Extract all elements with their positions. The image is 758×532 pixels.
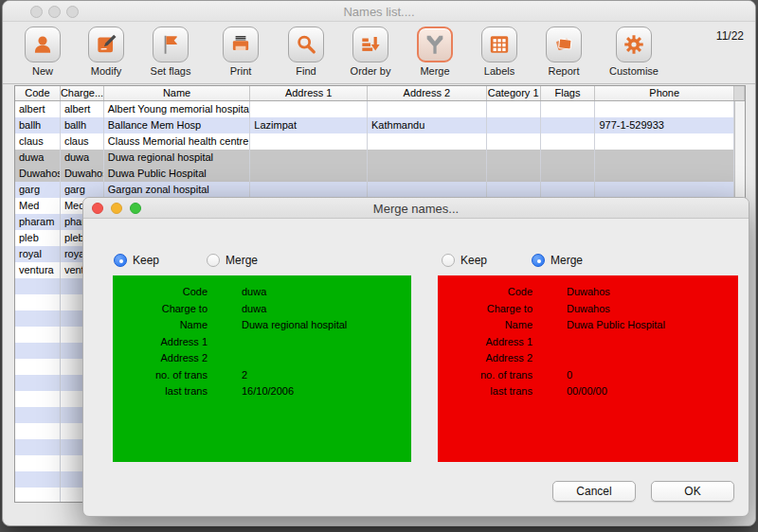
- table-cell: [487, 101, 541, 117]
- window-title: Names list....: [3, 5, 755, 19]
- table-row[interactable]: albertalbertAlbert Young memorial hospit…: [15, 101, 734, 117]
- right-keep-radio[interactable]: Keep: [442, 253, 487, 268]
- record-field: last trans16/10/2006: [113, 383, 411, 400]
- right-merge-label: Merge: [550, 254, 583, 267]
- column-header-address-2[interactable]: Address 2: [368, 86, 487, 100]
- table-row[interactable]: garggargGargan zonal hospital: [15, 182, 734, 198]
- table-row[interactable]: duwaduwaDuwa regional hospital: [15, 150, 734, 166]
- table-cell: [15, 407, 61, 423]
- record-field: no. of trans2: [113, 367, 411, 384]
- table-cell: [15, 278, 61, 294]
- table-cell: [541, 101, 596, 117]
- main-window: Names list.... NewModifySet flagsPrintFi…: [2, 0, 756, 526]
- field-label: Address 1: [438, 334, 532, 351]
- toolbar-button-set-flags[interactable]: Set flags: [137, 27, 204, 77]
- toolbar-button-modify[interactable]: Modify: [73, 27, 139, 77]
- radio-icon: [532, 254, 545, 267]
- column-header-charge[interactable]: Charge...: [61, 86, 104, 100]
- record-field: Address 2: [438, 350, 738, 367]
- toolbar-button-label: Report: [531, 65, 597, 77]
- toolbar-button-label: Modify: [73, 65, 139, 77]
- radio-icon: [114, 254, 127, 267]
- left-merge-label: Merge: [226, 254, 258, 267]
- table-cell: [15, 439, 61, 455]
- record-field: Address 1: [113, 334, 411, 351]
- table-cell: pleb: [15, 230, 61, 246]
- table-cell: Duwahos: [61, 166, 104, 182]
- left-keep-radio[interactable]: Keep: [114, 253, 159, 268]
- table-cell: Duwa regional hospital: [104, 150, 251, 166]
- radio-icon: [442, 254, 455, 267]
- field-label: no. of trans: [113, 367, 208, 384]
- column-header-name[interactable]: Name: [104, 86, 251, 100]
- cancel-button[interactable]: Cancel: [552, 481, 636, 502]
- table-cell: Duwahos: [15, 166, 61, 182]
- toolbar-button-merge[interactable]: Merge: [402, 27, 468, 77]
- left-merge-radio[interactable]: Merge: [207, 253, 258, 268]
- record-field: Address 1: [438, 334, 738, 351]
- field-label: Name: [438, 317, 532, 334]
- record-field: NameDuwa Public Hospital: [438, 317, 738, 334]
- table-cell: ballh: [15, 117, 61, 133]
- ok-button[interactable]: OK: [651, 481, 734, 502]
- toolbar-button-labels[interactable]: Labels: [466, 27, 532, 77]
- table-cell: pharam: [15, 214, 61, 230]
- table-cell: [250, 133, 368, 150]
- column-header-flags[interactable]: Flags: [541, 86, 596, 100]
- main-titlebar: Names list....: [3, 1, 755, 22]
- table-cell: garg: [15, 182, 61, 198]
- column-header-address-1[interactable]: Address 1: [250, 86, 368, 100]
- field-value: Duwa regional hospital: [242, 317, 347, 334]
- field-label: last trans: [113, 383, 208, 400]
- table-cell: [15, 488, 61, 502]
- table-cell: [15, 327, 61, 343]
- merge-record-panel: CodeDuwahosCharge toDuwahosNameDuwa Publ…: [438, 275, 738, 462]
- field-label: Code: [438, 284, 532, 301]
- dialog-titlebar: Merge names...: [83, 198, 749, 219]
- column-header-code[interactable]: Code: [15, 86, 61, 100]
- table-row[interactable]: ballhballhBallance Mem HospLazimpatKathm…: [15, 117, 734, 133]
- field-label: Address 1: [113, 334, 208, 351]
- toolbar-button-new[interactable]: New: [9, 27, 76, 77]
- field-label: Address 2: [113, 350, 208, 367]
- toolbar-button-find[interactable]: Find: [273, 27, 339, 77]
- toolbar-button-order-by[interactable]: Order by: [337, 27, 404, 77]
- table-cell: Ballance Mem Hosp: [104, 117, 251, 133]
- field-value: duwa: [242, 301, 266, 318]
- table-cell: [15, 375, 61, 391]
- field-label: Code: [113, 284, 208, 301]
- field-label: Charge to: [113, 301, 208, 318]
- field-value: Duwahos: [567, 301, 610, 318]
- printer-icon: [223, 27, 259, 62]
- column-header-category-1[interactable]: Category 1: [487, 86, 541, 100]
- toolbar-button-label: Merge: [402, 65, 468, 77]
- table-cell: duwa: [61, 150, 104, 166]
- table-cell: Albert Young memorial hospital: [104, 101, 251, 117]
- magnifier-icon: [288, 27, 324, 62]
- table-cell: [487, 182, 541, 198]
- toolbar-button-label: Find: [273, 65, 339, 77]
- record-field: Charge toDuwahos: [438, 301, 738, 318]
- field-value: 0: [567, 367, 572, 384]
- table-cell: Kathmandu: [368, 117, 487, 133]
- column-header-phone[interactable]: Phone: [595, 86, 734, 100]
- toolbar-button-label: Print: [208, 65, 274, 77]
- table-cell: claus: [15, 133, 61, 150]
- header-corner: [734, 86, 745, 100]
- table-cell: duwa: [15, 150, 61, 166]
- right-merge-radio[interactable]: Merge: [532, 253, 583, 268]
- table-cell: [15, 391, 61, 407]
- report-icon: [546, 27, 582, 62]
- table-cell: 977-1-529933: [595, 117, 734, 133]
- table-cell: [487, 150, 541, 166]
- table-cell: albert: [61, 101, 104, 117]
- toolbar-button-customise[interactable]: Customise: [601, 27, 667, 77]
- toolbar-button-print[interactable]: Print: [208, 27, 274, 77]
- record-field: Charge toduwa: [113, 301, 411, 318]
- table-row[interactable]: DuwahosDuwahosDuwa Public Hospital: [15, 166, 734, 182]
- table-row[interactable]: clausclausClauss Memorial health centre: [15, 133, 734, 150]
- table-cell: [15, 423, 61, 439]
- toolbar-button-report[interactable]: Report: [531, 27, 597, 77]
- dialog-title: Merge names...: [83, 202, 749, 216]
- toolbar-button-label: Set flags: [137, 65, 204, 77]
